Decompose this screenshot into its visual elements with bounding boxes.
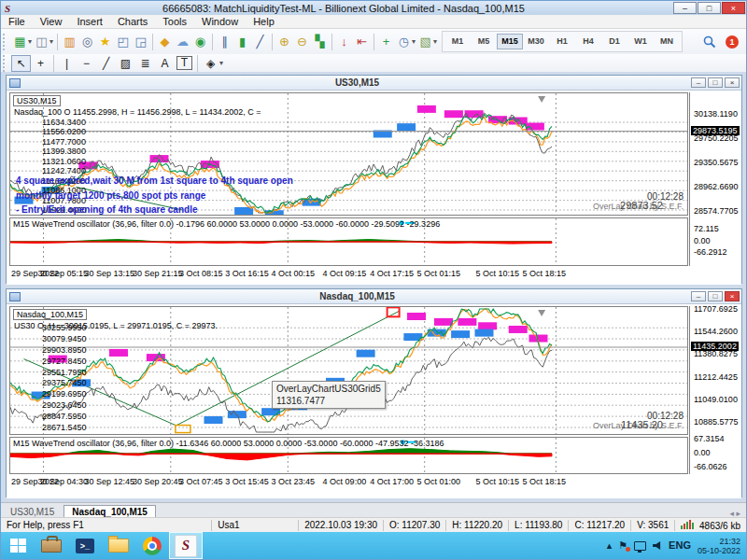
- line-chart-icon[interactable]: ╱: [251, 33, 269, 50]
- templates-icon[interactable]: ▧: [416, 33, 434, 50]
- close-button[interactable]: ×: [722, 2, 745, 14]
- timeframe-M15[interactable]: M15: [497, 34, 523, 49]
- time-axis-label: 4 Oct 17:15: [370, 269, 414, 278]
- time-axis-label: 4 Oct 17:00: [370, 477, 414, 486]
- menu-help[interactable]: Help: [246, 15, 282, 28]
- text-tool-icon[interactable]: A: [155, 55, 175, 72]
- chart-restore-button[interactable]: □: [708, 291, 723, 301]
- price-scale[interactable]: 11707.692511544.260011380.827511212.4425…: [689, 306, 742, 474]
- market-watch-icon[interactable]: ▥: [61, 33, 78, 50]
- status-traffic: 4863/6 kb: [674, 520, 746, 531]
- taskbar-clock[interactable]: 21:3205-10-2022: [698, 537, 740, 555]
- timeframe-M1[interactable]: M1: [444, 34, 471, 49]
- menu-window[interactable]: Window: [194, 15, 246, 28]
- crosshair-tool-icon[interactable]: +: [31, 55, 50, 72]
- autotrading-icon[interactable]: ◉: [191, 33, 209, 50]
- chart-minimize-button[interactable]: –: [691, 291, 706, 301]
- time-scale[interactable]: 29 Sep 202230 Sep 05:1530 Sep 13:1530 Se…: [9, 268, 688, 280]
- notification-badge[interactable]: 1: [726, 35, 739, 49]
- arrows-dropdown-icon[interactable]: ▾: [219, 59, 223, 67]
- metaeditor-icon[interactable]: ☁: [174, 33, 191, 50]
- periods-dropdown-icon[interactable]: ▾: [412, 37, 416, 46]
- timeframe-MN[interactable]: MN: [654, 34, 680, 49]
- timeframe-M5[interactable]: M5: [471, 34, 497, 49]
- chart-annotation-1: 4 square expired,wait 30 M from 1st squa…: [16, 175, 293, 186]
- vertical-line-tool-icon[interactable]: |: [57, 55, 77, 72]
- bar-chart-icon[interactable]: ∥: [216, 33, 233, 50]
- oscillator-scale-label: 67.3154: [694, 434, 725, 443]
- candlestick-chart-icon[interactable]: ▮: [233, 33, 251, 50]
- search-icon[interactable]: [703, 35, 716, 49]
- price-scale-label: 11212.4425: [694, 372, 738, 382]
- chart-shift-icon[interactable]: ⇤: [353, 33, 371, 50]
- equidistant-channel-tool-icon[interactable]: ▨: [116, 55, 135, 72]
- taskbar-powershell-icon[interactable]: >_: [68, 532, 102, 559]
- data-window-icon[interactable]: ◎: [78, 33, 96, 50]
- text-label-tool-icon[interactable]: T: [176, 56, 192, 70]
- minimize-button[interactable]: –: [673, 2, 697, 14]
- overlay-grid-price: 29199.6950: [42, 389, 87, 399]
- volume-icon[interactable]: [653, 541, 662, 550]
- zoom-out-icon[interactable]: ⊖: [293, 33, 311, 50]
- menu-file[interactable]: File: [1, 15, 33, 28]
- chart-body: US30,M15Nasdaq_100 O 11455.2998, H = 114…: [7, 91, 741, 285]
- timeframe-W1[interactable]: W1: [627, 34, 654, 49]
- timeframe-H1[interactable]: H1: [549, 34, 575, 49]
- toolbar-separator: [374, 34, 374, 50]
- taskbar-chrome-icon[interactable]: [135, 532, 169, 559]
- horizontal-line-tool-icon[interactable]: −: [77, 55, 96, 72]
- zoom-in-icon[interactable]: ⊕: [275, 33, 293, 50]
- hidden-icons-arrow[interactable]: ▴: [607, 540, 613, 551]
- periods-icon[interactable]: ◷: [395, 33, 413, 50]
- overlay-grid-price: 11242.7400: [42, 166, 86, 175]
- terminal-icon[interactable]: ◰: [114, 33, 132, 50]
- fibonacci-tool-icon[interactable]: ≣: [135, 55, 155, 72]
- new-chart-icon[interactable]: ▦: [11, 33, 29, 50]
- price-scale[interactable]: 30138.119029750.220529350.567528962.6690…: [689, 92, 742, 266]
- menu-view[interactable]: View: [33, 15, 70, 28]
- chart-close-button[interactable]: ×: [725, 77, 740, 88]
- cursor-tool-icon[interactable]: ↖: [11, 55, 31, 72]
- taskbar-metatrader-icon[interactable]: S: [169, 532, 203, 559]
- toolbar-separator: [152, 34, 153, 50]
- time-axis-label: 30 Sep 05:15: [37, 269, 88, 278]
- network-traffic-icon: [681, 520, 694, 529]
- navigator-icon[interactable]: ★: [96, 33, 114, 50]
- templates-dropdown-icon[interactable]: ▾: [433, 37, 437, 46]
- trendline-tool-icon[interactable]: ╱: [96, 55, 116, 72]
- taskbar-server-manager-icon[interactable]: [35, 532, 68, 559]
- menu-tools[interactable]: Tools: [155, 15, 194, 28]
- windows-logo-icon: [10, 539, 26, 553]
- menu-charts[interactable]: Charts: [110, 15, 155, 28]
- toolbar-separator: [57, 34, 58, 50]
- new-chart-dropdown-icon[interactable]: ▾: [28, 37, 32, 46]
- profiles-dropdown-icon[interactable]: ▾: [49, 37, 53, 46]
- new-order-icon[interactable]: ◆: [156, 33, 174, 50]
- chart-close-button[interactable]: ×: [725, 291, 740, 301]
- maximize-button[interactable]: □: [698, 2, 721, 14]
- overlay-grid-price: 11477.7000: [42, 137, 86, 147]
- chart-tab-nasdaq-100-m15[interactable]: Nasdaq_100,M15: [63, 505, 156, 518]
- toolbar-separator: [272, 34, 273, 50]
- time-scale[interactable]: 29 Sep 202230 Sep 04:3030 Sep 12:4530 Se…: [9, 476, 688, 488]
- taskbar-file-explorer-icon[interactable]: [102, 532, 135, 559]
- strategy-tester-icon[interactable]: ◲: [132, 33, 149, 50]
- action-center-icon[interactable]: ⚑: [618, 540, 627, 551]
- profiles-icon[interactable]: ◫: [33, 33, 50, 50]
- ohlc-readout: Nasdaq_100 O 11455.2998, H = 11456.2998,…: [14, 107, 261, 117]
- chart-minimize-button[interactable]: –: [691, 77, 706, 88]
- indicators-icon[interactable]: +: [377, 33, 395, 50]
- window-title: 66665083: MatchLiquidityTest-ML - Billio…: [14, 3, 673, 14]
- network-icon[interactable]: [634, 541, 646, 551]
- start-button[interactable]: [1, 532, 35, 559]
- language-indicator[interactable]: ENG: [669, 540, 691, 551]
- timeframe-D1[interactable]: D1: [601, 34, 627, 49]
- arrows-tool-icon[interactable]: ◈: [201, 55, 220, 72]
- tile-windows-icon[interactable]: ▚: [311, 33, 329, 50]
- timeframe-M30[interactable]: M30: [523, 34, 549, 49]
- chart-restore-button[interactable]: □: [708, 77, 723, 88]
- timeframe-H4[interactable]: H4: [575, 34, 601, 49]
- auto-scroll-icon[interactable]: ↓: [335, 33, 353, 50]
- time-axis-label: 3 Oct 16:15: [225, 269, 269, 278]
- menu-insert[interactable]: Insert: [69, 15, 110, 28]
